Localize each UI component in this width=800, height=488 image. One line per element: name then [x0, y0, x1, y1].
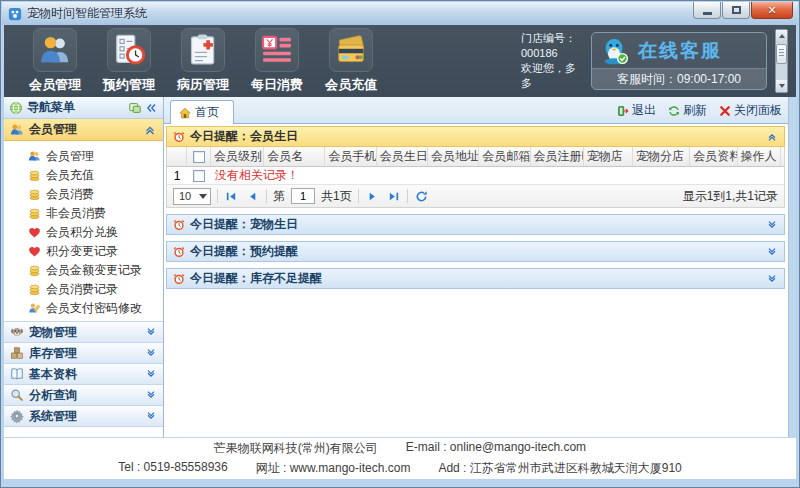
- sidebar-item[interactable]: 会员管理: [4, 147, 163, 166]
- qq-penguin-icon: [600, 36, 630, 66]
- page-input[interactable]: [291, 188, 315, 204]
- sidebar-item[interactable]: 非会员消费: [4, 204, 163, 223]
- scroll-down-button[interactable]: [776, 80, 787, 92]
- column-header: 宠物店: [584, 147, 633, 166]
- column-header: 会员地址: [428, 147, 479, 166]
- chevron-up-icon: [143, 123, 157, 137]
- row-checkbox[interactable]: [193, 170, 205, 182]
- header-checkbox-cell: [187, 147, 211, 166]
- toolbar-button-medical[interactable]: 病历管理: [166, 28, 240, 94]
- sidebar-section-header[interactable]: 系统管理: [4, 405, 163, 427]
- select-all-checkbox[interactable]: [193, 151, 205, 163]
- chevron-double-down-icon: [766, 219, 778, 231]
- sidebar-item[interactable]: 会员消费记录: [4, 280, 163, 299]
- sidebar-section-header[interactable]: 基本资料: [4, 363, 163, 385]
- recharge-icon: [333, 32, 369, 68]
- prev-page-button[interactable]: [245, 189, 260, 204]
- page-size-select[interactable]: 10: [173, 188, 211, 205]
- close-panel-icon: [719, 105, 731, 117]
- coins-icon: [28, 283, 41, 296]
- members-icon: [28, 150, 41, 163]
- user-edit-icon: [28, 302, 41, 315]
- minimize-button[interactable]: [693, 2, 721, 19]
- close-button[interactable]: ✕: [751, 2, 793, 19]
- members-icon: [37, 32, 73, 68]
- scrollbar-thumb[interactable]: [776, 44, 787, 64]
- last-page-button[interactable]: [386, 189, 401, 204]
- top-toolbar: 会员管理预约管理病历管理每日消费会员充值 门店编号： 000186 欢迎您，多 …: [4, 25, 796, 97]
- column-header: 会员生日: [377, 147, 428, 166]
- appointment-icon: [111, 32, 147, 68]
- sidebar-section-header[interactable]: 分析查询: [4, 384, 163, 406]
- heart-icon: [28, 226, 41, 239]
- prev-page-icon: [246, 190, 259, 203]
- alarm-icon: [173, 131, 185, 143]
- toolbar-button-consume[interactable]: 每日消费: [240, 28, 314, 94]
- column-header: 操作人: [738, 147, 781, 166]
- main-content: 首页 退出刷新关闭面板 今日提醒：会员生日 会员级别会员名会员手机: [164, 97, 789, 437]
- reload-icon: [415, 190, 428, 203]
- row-number: 1: [167, 169, 187, 183]
- tab-home[interactable]: 首页: [170, 100, 234, 124]
- search-icon: [10, 388, 24, 402]
- tab-page: 今日提醒：会员生日 会员级别会员名会员手机号会员生日会员地址会员邮箱会员注册时间…: [164, 124, 788, 437]
- company-tel: Tel : 0519-85558936: [118, 460, 227, 477]
- sidebar-item[interactable]: 会员充值: [4, 166, 163, 185]
- sidebar-section-members[interactable]: 会员管理: [4, 119, 163, 141]
- reload-table-button[interactable]: [414, 189, 429, 204]
- header-scrollbar[interactable]: [775, 29, 788, 93]
- page-total-label: 共1页: [321, 188, 352, 205]
- window-title: 宠物时间智能管理系统: [27, 5, 147, 22]
- reminder-panel-header[interactable]: 今日提醒：预约提醒: [166, 241, 785, 262]
- scroll-up-button[interactable]: [776, 30, 787, 42]
- refresh-button[interactable]: 刷新: [668, 102, 707, 119]
- alarm-icon: [173, 273, 185, 285]
- toolbar-button-appointment[interactable]: 预约管理: [92, 28, 166, 94]
- tab-actions: 退出刷新关闭面板: [617, 102, 782, 119]
- sidebar-section-header[interactable]: 宠物管理: [4, 321, 163, 343]
- maximize-button[interactable]: [722, 2, 750, 19]
- pet-icon: [10, 325, 24, 339]
- app-window: 宠物时间智能管理系统 ✕ 会员管理预约管理病历管理每日消费会员充值 门店编号： …: [0, 0, 800, 488]
- sidebar-item[interactable]: 会员金额变更记录: [4, 261, 163, 280]
- sidebar-item[interactable]: 会员消费: [4, 185, 163, 204]
- sidebar-item[interactable]: 积分变更记录: [4, 242, 163, 261]
- chevron-double-down-icon: [766, 246, 778, 258]
- online-service-box[interactable]: 在线客服 客服时间：09:00-17:00: [591, 32, 767, 90]
- reminder-panel-header[interactable]: 今日提醒：宠物生日: [166, 214, 785, 235]
- panels-icon[interactable]: [128, 101, 142, 115]
- column-header: 宠物分店: [633, 147, 690, 166]
- reminder-panel-header[interactable]: 今日提醒：库存不足提醒: [166, 268, 785, 289]
- store-number-label: 门店编号：: [521, 31, 583, 46]
- collapse-sidebar-icon[interactable]: [144, 101, 158, 115]
- chevron-double-down-icon: [145, 326, 157, 338]
- online-service-title: 在线客服: [638, 38, 722, 64]
- globe-icon: [9, 101, 23, 115]
- toolbar-button-recharge[interactable]: 会员充值: [314, 28, 388, 94]
- first-page-icon: [225, 190, 238, 203]
- sidebar-section-header[interactable]: 库存管理: [4, 342, 163, 364]
- sidebar-item[interactable]: 会员支付密码修改: [4, 299, 163, 318]
- exit-button[interactable]: 退出: [617, 102, 656, 119]
- heart-icon: [28, 245, 41, 258]
- toolbar-button-members[interactable]: 会员管理: [18, 28, 92, 94]
- column-header: 操作时间: [781, 147, 784, 166]
- sidebar-item[interactable]: 会员积分兑换: [4, 223, 163, 242]
- chevron-up-icon: [766, 131, 778, 143]
- column-header: 会员注册时间: [531, 147, 584, 166]
- first-page-button[interactable]: [224, 189, 239, 204]
- gear-icon: [10, 409, 24, 423]
- arrow-down-icon: [779, 84, 785, 88]
- next-page-button[interactable]: [365, 189, 380, 204]
- scrollbar-track[interactable]: [776, 42, 787, 80]
- chevron-double-down-icon: [766, 273, 778, 285]
- coins-icon: [28, 188, 41, 201]
- tab-home-label: 首页: [195, 104, 219, 121]
- page-size-value: 10: [179, 190, 191, 202]
- maximize-icon: [732, 6, 741, 14]
- alarm-icon: [173, 219, 185, 231]
- reminder-panel-header-member-birthday[interactable]: 今日提醒：会员生日: [166, 126, 785, 147]
- members-icon: [10, 123, 24, 137]
- close-panel-button[interactable]: 关闭面板: [719, 102, 782, 119]
- alarm-icon: [173, 246, 185, 258]
